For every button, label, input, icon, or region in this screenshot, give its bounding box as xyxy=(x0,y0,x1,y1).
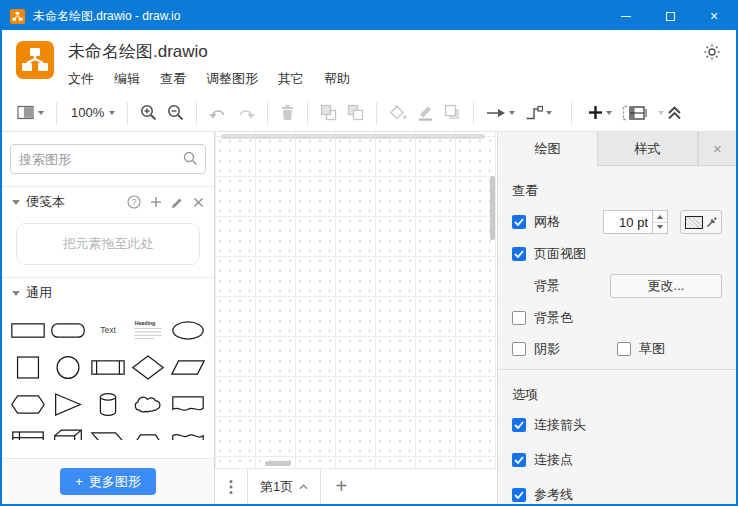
zoom-in-button[interactable] xyxy=(135,100,162,125)
close-icon[interactable] xyxy=(193,197,204,208)
add-page-button[interactable]: + xyxy=(321,469,361,504)
background-label: 背景 xyxy=(534,277,560,295)
vertical-scrollbar-thumb[interactable] xyxy=(490,176,495,240)
toolbar: 100% xyxy=(2,94,736,132)
shape-document[interactable] xyxy=(168,386,208,423)
pages-bar: 第1页 + xyxy=(215,468,497,504)
connection-points-checkbox[interactable] xyxy=(512,453,526,467)
general-section-header[interactable]: 通用 xyxy=(2,278,214,308)
zoom-select[interactable]: 100% xyxy=(64,101,120,124)
grid-size-input[interactable] xyxy=(603,210,653,234)
horizontal-scrollbar-thumb[interactable] xyxy=(265,461,291,466)
grid-color-button[interactable] xyxy=(680,210,722,234)
drawio-logo xyxy=(16,41,54,79)
svg-text:Text: Text xyxy=(100,325,116,335)
dots-menu-icon xyxy=(229,479,233,495)
menu-help[interactable]: 帮助 xyxy=(324,70,350,88)
connection-arrows-checkbox[interactable] xyxy=(512,418,526,432)
menu-view[interactable]: 查看 xyxy=(160,70,186,88)
svg-text:?: ? xyxy=(132,197,137,207)
edit-pencil-icon[interactable] xyxy=(171,196,184,209)
insert-button[interactable] xyxy=(583,101,617,124)
stepper-up[interactable] xyxy=(653,211,667,223)
stepper-down[interactable] xyxy=(653,223,667,234)
maximize-button[interactable] xyxy=(648,2,692,30)
fill-color-button[interactable] xyxy=(384,101,412,125)
to-front-button[interactable] xyxy=(315,100,342,125)
connection-points-label: 连接点 xyxy=(534,451,573,469)
shape-internal-storage[interactable] xyxy=(8,423,48,440)
grid-size-stepper[interactable] xyxy=(653,210,668,234)
collapse-expand-button[interactable] xyxy=(653,101,687,124)
panel-close-button[interactable]: × xyxy=(698,132,736,166)
insert-table-button[interactable] xyxy=(617,101,653,125)
waypoints-icon xyxy=(525,105,543,120)
help-icon[interactable]: ? xyxy=(127,195,141,209)
triangle-up-icon xyxy=(657,212,663,219)
change-background-button[interactable]: 更改... xyxy=(610,274,722,298)
shape-trapezoid[interactable] xyxy=(128,423,168,440)
shape-ellipse[interactable] xyxy=(168,312,208,349)
menu-arrange[interactable]: 调整图形 xyxy=(206,70,258,88)
delete-button[interactable] xyxy=(275,100,300,125)
scratchpad-dropzone[interactable]: 把元素拖至此处 xyxy=(16,223,200,265)
line-color-button[interactable] xyxy=(412,100,439,125)
view-panels-button[interactable] xyxy=(12,101,49,124)
more-shapes-button[interactable]: + 更多图形 xyxy=(60,468,156,495)
shape-textbox[interactable]: Heading xyxy=(128,312,168,349)
connection-style-button[interactable] xyxy=(481,102,520,124)
tab-style[interactable]: 样式 xyxy=(597,132,698,166)
minimize-button[interactable] xyxy=(604,2,648,30)
tab-diagram[interactable]: 绘图 xyxy=(498,132,597,166)
page-tab-label: 第1页 xyxy=(260,478,293,496)
sketch-checkbox[interactable] xyxy=(617,342,631,356)
shape-circle[interactable] xyxy=(48,349,88,386)
waypoint-style-button[interactable] xyxy=(520,101,557,124)
search-input[interactable] xyxy=(10,144,206,174)
theme-button[interactable] xyxy=(700,40,724,64)
shape-step[interactable] xyxy=(88,423,128,440)
add-icon[interactable] xyxy=(150,196,162,208)
guides-checkbox[interactable] xyxy=(512,488,526,502)
shape-hexagon[interactable] xyxy=(8,386,48,423)
pages-menu-button[interactable] xyxy=(215,469,247,504)
eyedropper-icon xyxy=(706,217,717,228)
shape-cube[interactable] xyxy=(48,423,88,440)
shape-rounded-rectangle[interactable] xyxy=(48,312,88,349)
menu-extras[interactable]: 其它 xyxy=(278,70,304,88)
shape-process[interactable] xyxy=(88,349,128,386)
redo-button[interactable] xyxy=(232,101,260,124)
zoom-out-button[interactable] xyxy=(162,100,189,125)
grid-checkbox[interactable] xyxy=(512,215,526,229)
shape-parallelogram[interactable] xyxy=(168,349,208,386)
shape-text[interactable]: Text xyxy=(88,312,128,349)
undo-button[interactable] xyxy=(204,101,232,124)
menu-file[interactable]: 文件 xyxy=(68,70,94,88)
grid-color-swatch xyxy=(685,216,703,229)
shadow-button[interactable] xyxy=(439,100,466,125)
drawing-canvas[interactable] xyxy=(215,132,497,468)
to-back-button[interactable] xyxy=(342,100,369,125)
menu-edit[interactable]: 编辑 xyxy=(114,70,140,88)
shape-triangle[interactable] xyxy=(48,386,88,423)
background-color-label: 背景色 xyxy=(534,309,573,327)
close-button[interactable]: × xyxy=(692,2,736,30)
document-title: 未命名绘图.drawio xyxy=(68,40,208,63)
shape-tape[interactable] xyxy=(168,423,208,440)
undo-icon xyxy=(209,105,227,120)
scratchpad-header[interactable]: 便笺本 ? xyxy=(2,187,214,217)
background-color-checkbox[interactable] xyxy=(512,311,526,325)
shape-square[interactable] xyxy=(8,349,48,386)
shape-rectangle[interactable] xyxy=(8,312,48,349)
collapse-icon xyxy=(667,105,682,120)
horizontal-scrollbar[interactable] xyxy=(221,134,485,139)
scratchpad-title: 便笺本 xyxy=(26,193,65,211)
shadow-checkbox[interactable] xyxy=(512,342,526,356)
page-tab[interactable]: 第1页 xyxy=(247,469,321,504)
shape-cylinder[interactable] xyxy=(88,386,128,423)
shape-cloud[interactable] xyxy=(128,386,168,423)
shape-diamond[interactable] xyxy=(128,349,168,386)
toolbar-separator xyxy=(571,102,572,124)
page-view-checkbox[interactable] xyxy=(512,247,526,261)
toolbar-separator xyxy=(56,102,57,124)
